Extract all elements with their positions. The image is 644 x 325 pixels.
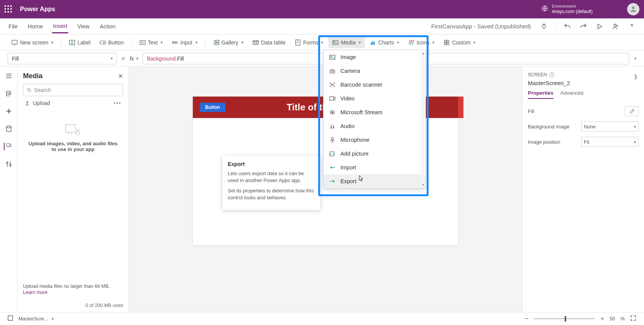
env-name: enayu.com (default) bbox=[552, 9, 593, 14]
media-search-input[interactable]: Search bbox=[23, 84, 123, 96]
svg-point-11 bbox=[614, 24, 616, 26]
waffle-icon[interactable] bbox=[5, 5, 12, 13]
learn-more-link[interactable]: Learn more bbox=[23, 290, 123, 295]
svg-rect-47 bbox=[330, 152, 334, 156]
close-icon[interactable]: ✕ bbox=[118, 72, 123, 80]
icons-icon bbox=[408, 39, 414, 46]
tab-action[interactable]: Action bbox=[99, 20, 117, 33]
tab-home[interactable]: Home bbox=[27, 20, 44, 33]
tree-view-icon[interactable] bbox=[5, 90, 13, 97]
chevron-down-icon: ▾ bbox=[51, 40, 53, 44]
svg-rect-45 bbox=[330, 97, 334, 100]
chevron-down-icon: ▾ bbox=[161, 40, 163, 44]
dd-export[interactable]: Export bbox=[324, 174, 426, 188]
svg-point-43 bbox=[331, 56, 332, 57]
dropdown-scrollbar[interactable]: ▲▼ bbox=[421, 52, 425, 187]
insert-rail-icon[interactable] bbox=[5, 107, 13, 115]
fill-color-swatch[interactable] bbox=[625, 106, 639, 116]
image-position-label: Image position bbox=[528, 139, 560, 145]
charts-button[interactable]: Charts▾ bbox=[366, 37, 403, 48]
dd-barcode[interactable]: Barcode scanner bbox=[324, 78, 426, 92]
left-rail bbox=[0, 67, 18, 312]
zoom-pct: % bbox=[620, 316, 625, 322]
tab-insert[interactable]: Insert bbox=[52, 20, 68, 33]
share-icon[interactable] bbox=[611, 22, 620, 31]
storage-used: 0 of 200 MB used bbox=[23, 303, 123, 308]
screen-selector[interactable]: MasterScre...▾ bbox=[18, 316, 54, 322]
screen-checkbox-icon[interactable] bbox=[8, 315, 13, 322]
help-icon[interactable] bbox=[627, 22, 636, 31]
zoom-slider[interactable] bbox=[534, 318, 595, 319]
text-button[interactable]: Text▾ bbox=[136, 37, 167, 48]
help-circle-icon[interactable]: ? bbox=[549, 72, 554, 77]
zoom-in-icon[interactable]: + bbox=[601, 315, 604, 322]
svg-rect-41 bbox=[8, 316, 13, 320]
gallery-button[interactable]: Gallery▾ bbox=[209, 37, 247, 48]
svg-rect-46 bbox=[332, 137, 333, 140]
bg-image-select[interactable]: None▾ bbox=[581, 121, 639, 131]
svg-rect-26 bbox=[374, 42, 375, 45]
import-icon bbox=[329, 164, 336, 171]
svg-rect-6 bbox=[5, 11, 6, 13]
svg-rect-22 bbox=[333, 41, 338, 44]
user-avatar[interactable] bbox=[627, 3, 639, 15]
icons-button[interactable]: Icons▾ bbox=[404, 37, 438, 48]
new-screen-button[interactable]: New screen▾ bbox=[8, 37, 57, 48]
dd-stream[interactable]: Microsoft Stream bbox=[324, 105, 426, 119]
status-bar: MasterScre...▾ − + 50 % bbox=[0, 312, 644, 325]
environment-icon bbox=[541, 5, 548, 13]
barcode-icon bbox=[329, 81, 336, 88]
image-position-select[interactable]: Fit▾ bbox=[581, 137, 639, 147]
camera-icon bbox=[329, 67, 336, 74]
tab-advanced[interactable]: Advanced bbox=[560, 90, 583, 99]
chevron-down-icon: ▾ bbox=[397, 40, 399, 44]
dd-microphone[interactable]: Microphone bbox=[324, 133, 426, 147]
formula-expand-icon[interactable]: ▾ bbox=[634, 56, 636, 61]
svg-rect-20 bbox=[253, 41, 258, 44]
dd-add-picture[interactable]: Add picture bbox=[324, 147, 426, 161]
zoom-out-icon[interactable]: − bbox=[524, 315, 529, 323]
redo-icon[interactable] bbox=[579, 22, 588, 31]
svg-rect-25 bbox=[372, 41, 373, 45]
svg-point-34 bbox=[7, 126, 11, 128]
data-rail-icon[interactable] bbox=[5, 125, 13, 133]
dd-camera[interactable]: Camera bbox=[324, 64, 426, 78]
upload-icon bbox=[25, 100, 30, 106]
data-table-label: Data table bbox=[261, 39, 286, 46]
fx-label[interactable]: fx▾ bbox=[130, 56, 138, 62]
property-selector[interactable]: Fill ▾ bbox=[8, 53, 117, 64]
more-icon[interactable]: ••• bbox=[113, 100, 122, 106]
undo-icon[interactable] bbox=[563, 22, 572, 31]
dd-audio[interactable]: Audio bbox=[324, 119, 426, 133]
input-icon bbox=[172, 39, 178, 46]
svg-rect-29 bbox=[444, 40, 446, 42]
svg-point-15 bbox=[104, 42, 104, 43]
svg-rect-24 bbox=[371, 43, 372, 45]
tab-view[interactable]: View bbox=[77, 20, 90, 33]
app-checker-icon[interactable] bbox=[539, 22, 549, 31]
environment-block[interactable]: Environment enayu.com (default) bbox=[541, 4, 593, 15]
media-rail-icon[interactable] bbox=[4, 143, 12, 150]
dd-import[interactable]: Import bbox=[324, 161, 426, 174]
forms-button[interactable]: Forms▾ bbox=[291, 37, 327, 48]
dd-image[interactable]: Image bbox=[324, 50, 426, 64]
fit-to-window-icon[interactable] bbox=[630, 315, 636, 322]
expand-icon[interactable]: ❯ bbox=[634, 74, 638, 79]
media-button[interactable]: Media▾ bbox=[329, 37, 364, 48]
hamburger-icon[interactable] bbox=[5, 72, 13, 80]
upload-button[interactable]: Upload bbox=[25, 100, 50, 106]
tab-file[interactable]: File bbox=[8, 20, 18, 33]
gallery-icon bbox=[213, 39, 219, 46]
forms-icon bbox=[295, 39, 301, 46]
media-panel-title: Media bbox=[23, 72, 43, 80]
canvas-button[interactable]: Button bbox=[200, 103, 225, 112]
tab-properties[interactable]: Properties bbox=[528, 90, 554, 99]
play-icon[interactable] bbox=[595, 22, 604, 31]
button-button[interactable]: Button bbox=[96, 37, 127, 48]
label-button[interactable]: Label bbox=[65, 37, 94, 48]
advanced-tools-icon[interactable] bbox=[5, 160, 13, 168]
custom-button[interactable]: Custom▾ bbox=[440, 37, 479, 48]
data-table-button[interactable]: Data table bbox=[249, 37, 289, 48]
dd-video[interactable]: Video bbox=[324, 92, 426, 105]
input-button[interactable]: Input▾ bbox=[168, 37, 201, 48]
